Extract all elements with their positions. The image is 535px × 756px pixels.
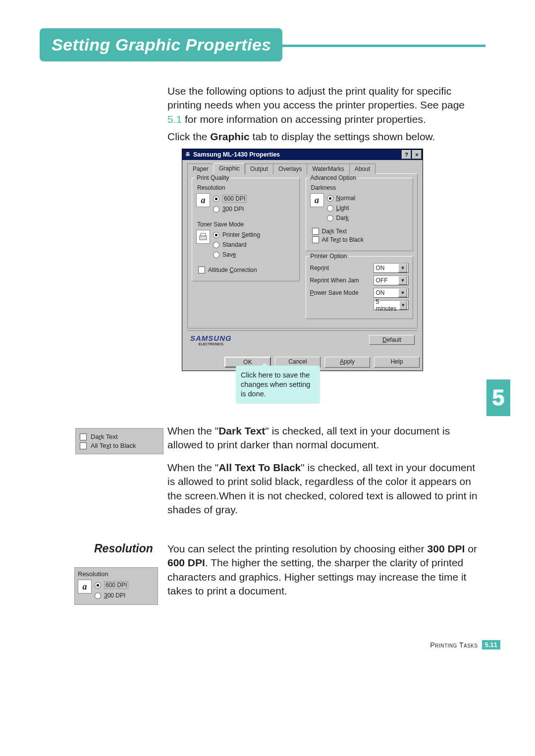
checkbox-label: All Text to Black	[322, 236, 364, 243]
text: You can select the printing resolution b…	[167, 543, 428, 554]
letter-a-icon: a	[196, 193, 210, 207]
text: Click the	[167, 131, 210, 142]
chevron-down-icon: ▼	[398, 288, 407, 297]
side-checkbox-panel: Dark Text All Text to Black	[75, 428, 163, 454]
side-all-text-black-checkbox[interactable]: All Text to Black	[80, 442, 159, 449]
dark-text-checkbox[interactable]: Dark Text	[312, 228, 409, 235]
radio-save[interactable]: Save	[213, 251, 260, 258]
close-button[interactable]: ×	[412, 150, 422, 159]
radio-300dpi[interactable]: 300 DPI	[213, 206, 247, 213]
radio-printer-setting[interactable]: Printer Setting	[213, 231, 260, 238]
radio-label: 300 DPI	[104, 592, 125, 599]
chevron-down-icon: ▼	[399, 301, 407, 310]
radio-dark[interactable]: Dark	[327, 215, 356, 221]
text: or	[465, 543, 477, 554]
radio-standard[interactable]: Standard	[213, 241, 260, 248]
intro-paragraph-2: Click the Graphic tab to display the set…	[167, 130, 480, 144]
apply-button[interactable]: Apply	[324, 357, 370, 368]
text: . The higher the setting, the sharper th…	[167, 557, 466, 596]
tab-watermarks[interactable]: WaterMarks	[307, 163, 349, 174]
radio-icon	[213, 252, 219, 258]
tab-overlays[interactable]: Overlays	[273, 163, 307, 174]
page-reference-link[interactable]: 5.1	[167, 113, 182, 125]
radio-icon	[327, 195, 333, 202]
checkbox-label: Dark Text	[91, 433, 118, 440]
printer-icon	[184, 151, 191, 158]
radio-icon	[95, 582, 101, 589]
text-bold: All Text To Black	[218, 462, 301, 473]
radio-label: Save	[222, 251, 236, 258]
reprint-label: Reprint	[310, 265, 370, 271]
text: When the "	[167, 462, 218, 473]
svg-rect-0	[186, 154, 190, 156]
callout-save-changes: Click here to save the changes when sett…	[236, 366, 320, 404]
resolution-paragraph: You can select the printing resolution b…	[167, 542, 480, 598]
altitude-correction-checkbox[interactable]: Altitude Correction	[198, 267, 295, 273]
checkbox-label: Dark Text	[322, 228, 347, 235]
radio-label: Standard	[222, 241, 247, 248]
radio-normal[interactable]: Normal	[327, 195, 356, 202]
group-label: Print Quality	[195, 174, 230, 181]
dialog-titlebar: Samsung ML-1430 Properties ? ×	[182, 149, 423, 160]
brand-text: SAMSUNG	[190, 334, 232, 342]
reprint-combo[interactable]: ON ▼	[374, 263, 409, 273]
power-time-combo[interactable]: 5 minutes ▼	[374, 300, 409, 310]
text-bold: 600 DPI	[167, 557, 205, 568]
page-footer: Printing Tasks 5.11	[430, 640, 500, 649]
help-button[interactable]: ?	[402, 150, 411, 159]
help-button[interactable]: Help	[374, 357, 420, 368]
footer-section: Printing Tasks	[430, 641, 478, 649]
power-save-combo[interactable]: ON ▼	[374, 288, 409, 298]
radio-icon	[213, 242, 219, 248]
dialog-title: Samsung ML-1430 Properties	[193, 151, 280, 158]
svg-rect-1	[186, 152, 189, 154]
radio-icon	[213, 206, 219, 213]
side-radio-600dpi[interactable]: 600 DPI	[95, 581, 128, 589]
footer-page: 5.11	[482, 640, 500, 649]
tab-about[interactable]: About	[349, 163, 375, 174]
radio-light[interactable]: Light	[327, 205, 356, 212]
dark-text-paragraph: When the "Dark Text" is checked, all tex…	[167, 424, 480, 452]
samsung-logo: SAMSUNG ELECTRONICS	[190, 334, 232, 346]
text-bold: 300 DPI	[428, 543, 465, 554]
reprint-jam-combo[interactable]: OFF ▼	[374, 275, 409, 285]
radio-icon	[95, 593, 101, 599]
text-bold: Graphic	[210, 131, 249, 142]
tab-graphic[interactable]: Graphic	[214, 163, 245, 174]
text: When the "	[167, 425, 218, 436]
text: for more information on accessing printe…	[182, 113, 426, 125]
checkbox-icon	[312, 228, 319, 235]
radio-600dpi[interactable]: 600 DPI	[213, 195, 247, 203]
all-text-black-checkbox[interactable]: All Text to Black	[312, 236, 409, 243]
reprint-jam-label: Reprint When Jam	[310, 277, 370, 284]
chevron-down-icon: ▼	[398, 264, 407, 272]
radio-label: 300 DPI	[222, 206, 244, 213]
checkbox-label: All Text to Black	[91, 442, 136, 449]
side-dark-text-checkbox[interactable]: Dark Text	[80, 433, 159, 440]
page-title-banner: Setting Graphic Properties	[40, 27, 282, 62]
combo-value: OFF	[376, 277, 388, 284]
resolution-label: Resolution	[78, 570, 155, 578]
combo-value: 5 minutes	[376, 298, 399, 312]
text: tab to display the settings shown below.	[250, 131, 435, 142]
intro-paragraph-1: Use the following options to adjust the …	[167, 84, 480, 126]
svg-rect-3	[201, 233, 206, 236]
radio-icon	[327, 205, 333, 212]
default-button[interactable]: Default	[369, 335, 415, 345]
tab-paper[interactable]: Paper	[187, 163, 214, 174]
radio-label: Normal	[336, 195, 356, 202]
advanced-option-group: Advanced Option Darkness a Normal	[306, 178, 414, 251]
print-quality-group: Print Quality Resolution a 600 DPI	[192, 178, 300, 281]
title-rule	[268, 45, 485, 47]
text: Use the following options to adjust the …	[167, 85, 465, 110]
side-radio-300dpi[interactable]: 300 DPI	[95, 592, 128, 599]
svg-rect-2	[200, 236, 207, 240]
combo-value: ON	[376, 289, 385, 296]
power-save-label: Power Save Mode	[310, 289, 370, 296]
letter-a-icon: a	[78, 580, 92, 594]
printer-icon-small	[196, 230, 210, 244]
page-title: Setting Graphic Properties	[40, 28, 282, 61]
tab-output[interactable]: Output	[245, 163, 273, 174]
radio-icon	[213, 232, 219, 238]
brand-subtext: ELECTRONICS	[199, 342, 223, 346]
